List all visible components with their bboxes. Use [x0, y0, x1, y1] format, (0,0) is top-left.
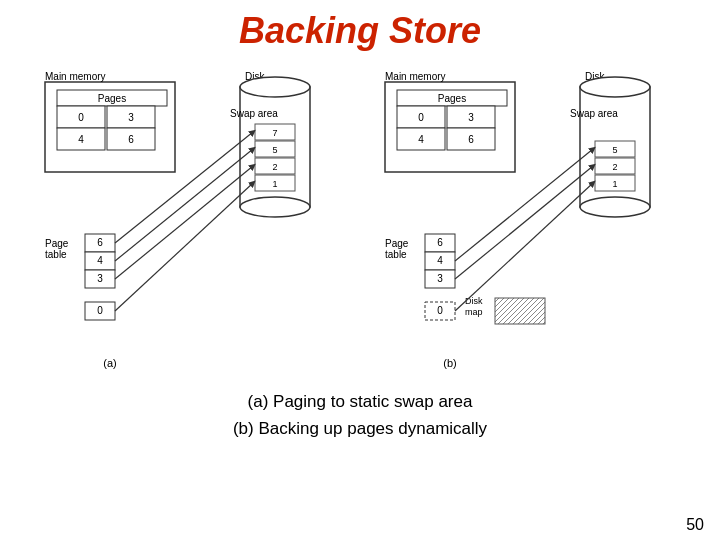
svg-text:1: 1 — [272, 179, 277, 189]
svg-rect-43 — [397, 106, 445, 128]
svg-text:4: 4 — [437, 255, 443, 266]
svg-rect-9 — [107, 128, 155, 150]
svg-text:4: 4 — [78, 134, 84, 145]
svg-rect-47 — [397, 128, 445, 150]
svg-rect-27 — [85, 234, 115, 252]
svg-text:2: 2 — [272, 162, 277, 172]
svg-rect-61 — [595, 175, 635, 191]
svg-point-15 — [240, 197, 310, 217]
svg-rect-13 — [240, 87, 310, 207]
svg-text:Disk: Disk — [465, 296, 483, 306]
svg-rect-19 — [255, 141, 295, 157]
svg-text:(a): (a) — [103, 357, 116, 369]
diagram-a: Pages 0 3 4 6 Main memory Disk Swap area — [35, 62, 345, 382]
page-number: 50 — [686, 516, 704, 534]
svg-text:Pages: Pages — [98, 93, 126, 104]
svg-text:3: 3 — [97, 273, 103, 284]
svg-line-77 — [455, 166, 593, 279]
svg-text:Disk: Disk — [585, 71, 605, 82]
svg-rect-5 — [107, 106, 155, 128]
svg-rect-53 — [580, 87, 650, 207]
svg-text:table: table — [45, 249, 67, 260]
svg-rect-33 — [85, 302, 115, 320]
caption-b: (b) Backing up pages dynamically — [0, 415, 720, 442]
svg-line-76 — [455, 149, 593, 261]
svg-rect-75 — [495, 298, 545, 324]
svg-rect-31 — [85, 270, 115, 288]
svg-line-35 — [115, 132, 253, 243]
svg-rect-1 — [57, 90, 167, 106]
svg-text:Page: Page — [45, 238, 69, 249]
svg-rect-40 — [385, 82, 515, 172]
svg-text:0: 0 — [78, 112, 84, 123]
svg-rect-7 — [57, 128, 105, 150]
svg-point-54 — [580, 77, 650, 97]
svg-rect-69 — [425, 270, 455, 288]
svg-line-36 — [115, 149, 253, 261]
svg-rect-45 — [447, 106, 495, 128]
svg-text:6: 6 — [468, 134, 474, 145]
svg-rect-57 — [595, 141, 635, 157]
svg-text:4: 4 — [97, 255, 103, 266]
svg-rect-41 — [397, 90, 507, 106]
svg-rect-21 — [255, 158, 295, 174]
svg-text:Main memory: Main memory — [45, 71, 106, 82]
svg-text:7: 7 — [272, 128, 277, 138]
svg-rect-3 — [57, 106, 105, 128]
svg-text:3: 3 — [468, 112, 474, 123]
svg-text:5: 5 — [612, 145, 617, 155]
svg-text:map: map — [465, 307, 483, 317]
svg-text:0: 0 — [437, 305, 443, 316]
svg-rect-67 — [425, 252, 455, 270]
svg-text:2: 2 — [612, 162, 617, 172]
svg-text:0: 0 — [97, 305, 103, 316]
diagram-b: Pages 0 3 4 6 Main memory Disk Swap area… — [375, 62, 685, 382]
caption: (a) Paging to static swap area (b) Backi… — [0, 388, 720, 442]
svg-rect-71 — [425, 302, 455, 320]
svg-rect-49 — [447, 128, 495, 150]
svg-line-37 — [115, 166, 253, 279]
svg-point-14 — [240, 77, 310, 97]
svg-text:1: 1 — [612, 179, 617, 189]
svg-line-38 — [115, 183, 253, 311]
svg-text:(b): (b) — [443, 357, 456, 369]
svg-text:0: 0 — [418, 112, 424, 123]
svg-text:Disk: Disk — [245, 71, 265, 82]
svg-text:3: 3 — [128, 112, 134, 123]
svg-text:Main memory: Main memory — [385, 71, 446, 82]
svg-text:6: 6 — [128, 134, 134, 145]
svg-rect-0 — [45, 82, 175, 172]
page-title: Backing Store — [0, 0, 720, 52]
svg-text:Swap area: Swap area — [570, 108, 618, 119]
caption-a: (a) Paging to static swap area — [0, 388, 720, 415]
svg-text:4: 4 — [418, 134, 424, 145]
svg-text:Swap area: Swap area — [230, 108, 278, 119]
svg-rect-29 — [85, 252, 115, 270]
svg-text:3: 3 — [437, 273, 443, 284]
svg-rect-65 — [425, 234, 455, 252]
svg-text:5: 5 — [272, 145, 277, 155]
diagrams-container: Pages 0 3 4 6 Main memory Disk Swap area — [0, 52, 720, 382]
svg-rect-17 — [255, 124, 295, 140]
svg-text:Pages: Pages — [438, 93, 466, 104]
svg-rect-59 — [595, 158, 635, 174]
svg-line-78 — [455, 183, 593, 311]
svg-point-55 — [580, 197, 650, 217]
svg-text:Page: Page — [385, 238, 409, 249]
svg-text:6: 6 — [437, 237, 443, 248]
svg-text:table: table — [385, 249, 407, 260]
svg-rect-23 — [255, 175, 295, 191]
svg-text:6: 6 — [97, 237, 103, 248]
